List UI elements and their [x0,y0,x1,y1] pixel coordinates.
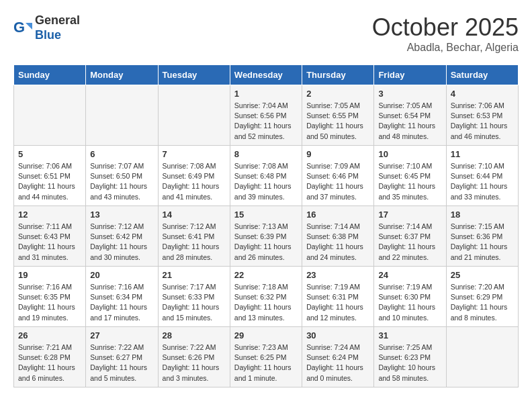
weekday-header-row: SundayMondayTuesdayWednesdayThursdayFrid… [14,65,519,85]
day-info: Sunrise: 7:05 AM Sunset: 6:55 PM Dayligh… [306,101,369,142]
calendar-week-3: 12Sunrise: 7:11 AM Sunset: 6:43 PM Dayli… [14,206,519,267]
weekday-header-saturday: Saturday [446,65,518,85]
calendar-cell: 10Sunrise: 7:10 AM Sunset: 6:45 PM Dayli… [374,146,446,206]
calendar-cell [86,85,158,146]
day-number: 9 [306,149,369,159]
logo-icon: G [13,19,32,38]
calendar-cell: 20Sunrise: 7:16 AM Sunset: 6:34 PM Dayli… [86,267,158,327]
day-info: Sunrise: 7:17 AM Sunset: 6:33 PM Dayligh… [163,282,226,323]
weekday-header-thursday: Thursday [302,65,374,85]
day-number: 26 [18,330,81,340]
weekday-header-friday: Friday [374,65,446,85]
day-info: Sunrise: 7:23 AM Sunset: 6:25 PM Dayligh… [234,342,298,383]
calendar-cell: 28Sunrise: 7:22 AM Sunset: 6:26 PM Dayli… [158,327,230,387]
day-info: Sunrise: 7:12 AM Sunset: 6:42 PM Dayligh… [90,222,153,263]
logo-text: General Blue [35,13,80,42]
calendar-cell: 19Sunrise: 7:16 AM Sunset: 6:35 PM Dayli… [14,267,86,327]
calendar-cell: 12Sunrise: 7:11 AM Sunset: 6:43 PM Dayli… [14,206,86,267]
day-number: 6 [90,149,153,159]
day-info: Sunrise: 7:20 AM Sunset: 6:29 PM Dayligh… [451,282,514,323]
weekday-header-monday: Monday [86,65,158,85]
day-info: Sunrise: 7:06 AM Sunset: 6:51 PM Dayligh… [18,161,81,202]
day-number: 23 [306,270,369,280]
calendar-cell: 11Sunrise: 7:10 AM Sunset: 6:44 PM Dayli… [446,146,518,206]
day-info: Sunrise: 7:19 AM Sunset: 6:31 PM Dayligh… [306,282,369,323]
day-number: 15 [234,210,298,220]
calendar-cell: 2Sunrise: 7:05 AM Sunset: 6:55 PM Daylig… [302,85,374,146]
svg-text:G: G [13,19,25,36]
calendar-table: SundayMondayTuesdayWednesdayThursdayFrid… [13,64,519,387]
day-info: Sunrise: 7:10 AM Sunset: 6:44 PM Dayligh… [451,161,514,202]
day-info: Sunrise: 7:09 AM Sunset: 6:46 PM Dayligh… [306,161,369,202]
day-info: Sunrise: 7:10 AM Sunset: 6:45 PM Dayligh… [378,161,441,202]
weekday-header-wednesday: Wednesday [230,65,302,85]
day-number: 3 [378,89,441,99]
day-number: 16 [306,210,369,220]
day-info: Sunrise: 7:08 AM Sunset: 6:49 PM Dayligh… [163,161,226,202]
day-number: 10 [378,149,441,159]
day-number: 19 [18,270,81,280]
day-info: Sunrise: 7:14 AM Sunset: 6:37 PM Dayligh… [378,222,441,263]
calendar-cell: 23Sunrise: 7:19 AM Sunset: 6:31 PM Dayli… [302,267,374,327]
day-number: 17 [378,210,441,220]
calendar-cell: 6Sunrise: 7:07 AM Sunset: 6:50 PM Daylig… [86,146,158,206]
day-info: Sunrise: 7:21 AM Sunset: 6:28 PM Dayligh… [18,342,81,383]
day-number: 18 [451,210,514,220]
page-header: G General Blue October 2025 Abadla, Bech… [13,13,519,54]
calendar-cell: 4Sunrise: 7:06 AM Sunset: 6:53 PM Daylig… [446,85,518,146]
calendar-cell: 17Sunrise: 7:14 AM Sunset: 6:37 PM Dayli… [374,206,446,267]
location-subtitle: Abadla, Bechar, Algeria [372,42,519,54]
day-number: 13 [90,210,153,220]
day-number: 20 [90,270,153,280]
calendar-cell: 9Sunrise: 7:09 AM Sunset: 6:46 PM Daylig… [302,146,374,206]
calendar-cell: 31Sunrise: 7:25 AM Sunset: 6:23 PM Dayli… [374,327,446,387]
day-number: 31 [378,330,441,340]
calendar-cell: 29Sunrise: 7:23 AM Sunset: 6:25 PM Dayli… [230,327,302,387]
weekday-header-sunday: Sunday [14,65,86,85]
day-info: Sunrise: 7:13 AM Sunset: 6:39 PM Dayligh… [234,222,298,263]
calendar-cell: 1Sunrise: 7:04 AM Sunset: 6:56 PM Daylig… [230,85,302,146]
day-number: 1 [234,89,298,99]
svg-marker-1 [26,23,32,30]
calendar-cell: 15Sunrise: 7:13 AM Sunset: 6:39 PM Dayli… [230,206,302,267]
day-info: Sunrise: 7:19 AM Sunset: 6:30 PM Dayligh… [378,282,441,323]
title-block: October 2025 Abadla, Bechar, Algeria [372,13,519,54]
calendar-cell: 16Sunrise: 7:14 AM Sunset: 6:38 PM Dayli… [302,206,374,267]
logo: G General Blue [13,13,80,42]
day-number: 7 [163,149,226,159]
day-info: Sunrise: 7:18 AM Sunset: 6:32 PM Dayligh… [234,282,298,323]
day-number: 27 [90,330,153,340]
day-info: Sunrise: 7:16 AM Sunset: 6:35 PM Dayligh… [18,282,81,323]
calendar-cell: 5Sunrise: 7:06 AM Sunset: 6:51 PM Daylig… [14,146,86,206]
calendar-cell: 27Sunrise: 7:22 AM Sunset: 6:27 PM Dayli… [86,327,158,387]
day-info: Sunrise: 7:05 AM Sunset: 6:54 PM Dayligh… [378,101,441,142]
day-number: 29 [234,330,298,340]
day-info: Sunrise: 7:12 AM Sunset: 6:41 PM Dayligh… [163,222,226,263]
calendar-cell: 24Sunrise: 7:19 AM Sunset: 6:30 PM Dayli… [374,267,446,327]
day-number: 14 [163,210,226,220]
day-number: 2 [306,89,369,99]
calendar-cell: 7Sunrise: 7:08 AM Sunset: 6:49 PM Daylig… [158,146,230,206]
day-number: 11 [451,149,514,159]
calendar-cell: 22Sunrise: 7:18 AM Sunset: 6:32 PM Dayli… [230,267,302,327]
day-info: Sunrise: 7:24 AM Sunset: 6:24 PM Dayligh… [306,342,369,383]
calendar-cell: 30Sunrise: 7:24 AM Sunset: 6:24 PM Dayli… [302,327,374,387]
day-number: 12 [18,210,81,220]
calendar-cell: 21Sunrise: 7:17 AM Sunset: 6:33 PM Dayli… [158,267,230,327]
calendar-week-4: 19Sunrise: 7:16 AM Sunset: 6:35 PM Dayli… [14,267,519,327]
calendar-week-1: 1Sunrise: 7:04 AM Sunset: 6:56 PM Daylig… [14,85,519,146]
day-number: 25 [451,270,514,280]
calendar-week-2: 5Sunrise: 7:06 AM Sunset: 6:51 PM Daylig… [14,146,519,206]
calendar-cell: 8Sunrise: 7:08 AM Sunset: 6:48 PM Daylig… [230,146,302,206]
calendar-cell [446,327,518,387]
day-number: 5 [18,149,81,159]
calendar-cell: 13Sunrise: 7:12 AM Sunset: 6:42 PM Dayli… [86,206,158,267]
day-info: Sunrise: 7:04 AM Sunset: 6:56 PM Dayligh… [234,101,298,142]
calendar-cell [158,85,230,146]
day-info: Sunrise: 7:07 AM Sunset: 6:50 PM Dayligh… [90,161,153,202]
day-info: Sunrise: 7:14 AM Sunset: 6:38 PM Dayligh… [306,222,369,263]
day-info: Sunrise: 7:22 AM Sunset: 6:27 PM Dayligh… [90,342,153,383]
day-info: Sunrise: 7:16 AM Sunset: 6:34 PM Dayligh… [90,282,153,323]
day-info: Sunrise: 7:25 AM Sunset: 6:23 PM Dayligh… [378,342,441,383]
calendar-cell: 3Sunrise: 7:05 AM Sunset: 6:54 PM Daylig… [374,85,446,146]
